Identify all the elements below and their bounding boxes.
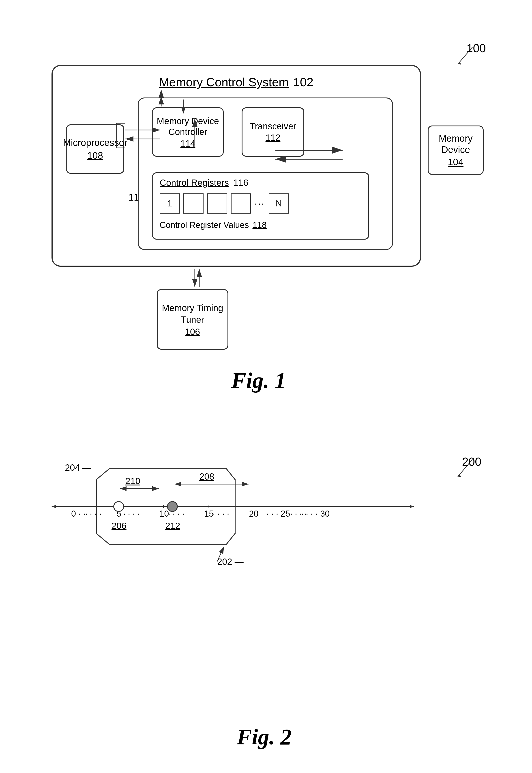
microprocessor-box: Microprocessor 108: [66, 124, 124, 174]
svg-text:202 —: 202 —: [217, 557, 244, 566]
cr-title: Control Registers: [160, 178, 229, 188]
svg-text:· ·: · ·: [78, 509, 86, 518]
cr-register-4: [231, 194, 251, 214]
ref-200: 200: [462, 455, 481, 468]
transceiver-label: Transceiver: [250, 121, 296, 131]
mcs-title: Memory Control System 102: [159, 75, 313, 89]
mtt-label: Memory Timing Tuner: [158, 302, 227, 325]
inner-box: Memory Device Controller 114 Transceiver…: [138, 97, 393, 250]
mcs-title-text: Memory Control System: [159, 75, 289, 89]
cr-register-3: [207, 194, 227, 214]
memory-device-label: Memory Device: [429, 133, 483, 155]
svg-point-44: [114, 501, 124, 511]
ref-100: 100: [466, 41, 486, 55]
fig2-caption: Fig. 2: [237, 724, 292, 750]
mtt-box: Memory Timing Tuner 106: [157, 289, 228, 350]
svg-text:20: 20: [249, 509, 258, 518]
cr-register-n: N: [269, 194, 289, 214]
svg-marker-24: [410, 505, 414, 508]
cr-register-2: [183, 194, 204, 214]
mdc-ref: 114: [180, 138, 195, 148]
transceiver-box: Transceiver 112: [242, 107, 304, 157]
svg-text:· · · ·: · · · ·: [85, 509, 102, 518]
cr-values-text: Control Register Values: [160, 220, 249, 230]
svg-marker-25: [51, 505, 56, 508]
cr-title-row: Control Registers 116: [160, 178, 248, 188]
svg-text:· · · ·: · · · ·: [213, 509, 229, 518]
ref-200-area: 200: [437, 455, 481, 483]
microprocessor-label: Microprocessor: [63, 137, 127, 148]
svg-text:212: 212: [165, 521, 180, 531]
timing-diagram-svg: 0 · · 5 · · · · 10 · · · · 15 · · · · 20…: [51, 462, 432, 619]
svg-text:0: 0: [71, 509, 76, 518]
control-registers-box: Control Registers 116 1 ··· N Control Re…: [152, 172, 369, 240]
svg-text:206: 206: [112, 521, 127, 531]
mdc-box: Memory Device Controller 114: [152, 107, 224, 157]
svg-marker-21: [457, 474, 461, 477]
cr-registers-row: 1 ··· N: [160, 194, 289, 214]
fig1-caption: Fig. 1: [231, 368, 286, 393]
mtt-ref: 106: [185, 327, 200, 337]
mdc-label: Memory Device Controller: [153, 116, 223, 137]
svg-text:· · · 25· · · ·: · · · 25· · · ·: [266, 509, 307, 518]
svg-text:210: 210: [125, 476, 140, 486]
page: { "fig1": { "ref_100": "100", "memory_co…: [0, 0, 532, 773]
svg-text:10: 10: [159, 509, 169, 518]
microprocessor-ref: 108: [87, 150, 103, 161]
memory-device-box: Memory Device 104: [428, 125, 484, 175]
svg-marker-1: [457, 62, 461, 64]
svg-text:204 —: 204 —: [65, 463, 91, 472]
fig2-container: 200 0 · · 5 · · · · 10 · · · · 15 · · · …: [29, 444, 499, 758]
cr-ref: 116: [233, 178, 248, 188]
svg-text:15: 15: [204, 509, 214, 518]
svg-text:30: 30: [320, 509, 330, 518]
mcs-ref: 102: [293, 75, 313, 89]
memory-control-system-box: Memory Control System 102 Microprocessor…: [51, 65, 421, 267]
memory-device-ref: 104: [448, 157, 463, 167]
svg-text:208: 208: [199, 471, 214, 481]
cr-values-label: Control Register Values 118: [160, 220, 267, 230]
svg-point-45: [167, 501, 177, 511]
cr-dots: ···: [255, 198, 265, 209]
cr-register-1: 1: [160, 194, 180, 214]
cr-values-ref: 118: [252, 220, 266, 230]
svg-text:· · · ·: · · · ·: [301, 509, 318, 518]
transceiver-ref: 112: [266, 133, 281, 143]
svg-text:· · · ·: · · · ·: [123, 509, 140, 518]
